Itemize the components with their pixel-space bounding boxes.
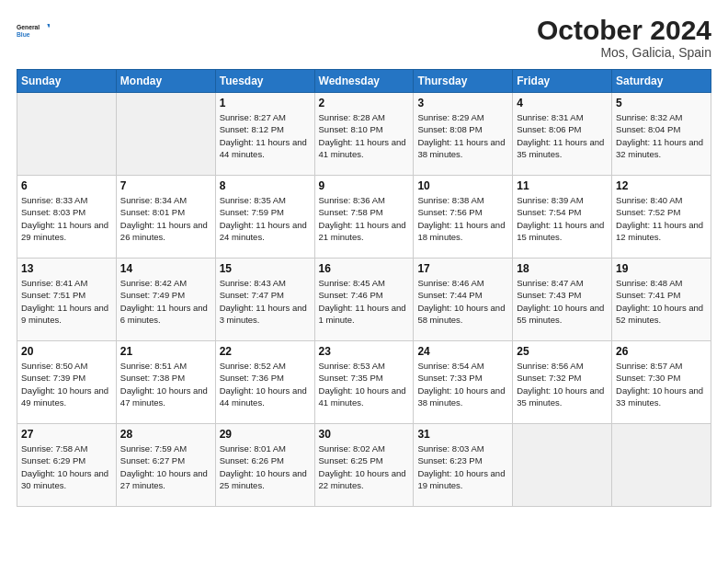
calendar-day: 31Sunrise: 8:03 AM Sunset: 6:23 PM Dayli… bbox=[414, 424, 513, 507]
calendar-day: 10Sunrise: 8:38 AM Sunset: 7:56 PM Dayli… bbox=[414, 176, 513, 259]
calendar-day: 14Sunrise: 8:42 AM Sunset: 7:49 PM Dayli… bbox=[116, 259, 215, 341]
calendar-day: 6Sunrise: 8:33 AM Sunset: 8:03 PM Daylig… bbox=[17, 176, 117, 259]
calendar-day: 9Sunrise: 8:36 AM Sunset: 7:58 PM Daylig… bbox=[314, 176, 414, 259]
page: General Blue October 2024 Mos, Galicia, … bbox=[0, 0, 728, 563]
logo: General Blue bbox=[17, 15, 50, 48]
header-row: Sunday Monday Tuesday Wednesday Thursday… bbox=[17, 70, 711, 93]
calendar-day: 21Sunrise: 8:51 AM Sunset: 7:38 PM Dayli… bbox=[116, 341, 215, 424]
svg-text:Blue: Blue bbox=[17, 31, 30, 38]
day-number: 21 bbox=[120, 345, 211, 358]
day-info: Sunrise: 8:01 AM Sunset: 6:26 PM Dayligh… bbox=[220, 442, 311, 491]
day-info: Sunrise: 8:40 AM Sunset: 7:52 PM Dayligh… bbox=[616, 194, 707, 243]
day-number: 28 bbox=[120, 428, 211, 441]
calendar-day: 17Sunrise: 8:46 AM Sunset: 7:44 PM Dayli… bbox=[414, 259, 513, 341]
day-number: 8 bbox=[220, 179, 311, 192]
day-info: Sunrise: 8:29 AM Sunset: 8:08 PM Dayligh… bbox=[417, 111, 508, 160]
day-info: Sunrise: 8:35 AM Sunset: 7:59 PM Dayligh… bbox=[220, 194, 311, 243]
day-info: Sunrise: 8:33 AM Sunset: 8:03 PM Dayligh… bbox=[21, 194, 112, 243]
calendar-day: 27Sunrise: 7:58 AM Sunset: 6:29 PM Dayli… bbox=[17, 424, 117, 507]
day-info: Sunrise: 8:48 AM Sunset: 7:41 PM Dayligh… bbox=[616, 277, 707, 326]
day-number: 11 bbox=[517, 179, 608, 192]
day-info: Sunrise: 8:45 AM Sunset: 7:46 PM Dayligh… bbox=[319, 277, 410, 326]
day-info: Sunrise: 8:56 AM Sunset: 7:32 PM Dayligh… bbox=[517, 360, 608, 408]
calendar-day: 26Sunrise: 8:57 AM Sunset: 7:30 PM Dayli… bbox=[612, 341, 711, 424]
day-number: 31 bbox=[417, 428, 508, 441]
calendar-day: 22Sunrise: 8:52 AM Sunset: 7:36 PM Dayli… bbox=[215, 341, 314, 424]
day-number: 4 bbox=[517, 97, 608, 109]
day-info: Sunrise: 8:47 AM Sunset: 7:43 PM Dayligh… bbox=[517, 277, 608, 326]
day-info: Sunrise: 8:57 AM Sunset: 7:30 PM Dayligh… bbox=[616, 360, 707, 408]
day-info: Sunrise: 8:46 AM Sunset: 7:44 PM Dayligh… bbox=[417, 277, 508, 326]
calendar-day: 30Sunrise: 8:02 AM Sunset: 6:25 PM Dayli… bbox=[314, 424, 414, 507]
calendar-day: 5Sunrise: 8:32 AM Sunset: 8:04 PM Daylig… bbox=[612, 93, 711, 176]
calendar-day: 1Sunrise: 8:27 AM Sunset: 8:12 PM Daylig… bbox=[215, 93, 314, 176]
col-tuesday: Tuesday bbox=[215, 70, 314, 93]
calendar-day: 15Sunrise: 8:43 AM Sunset: 7:47 PM Dayli… bbox=[215, 259, 314, 341]
logo-icon: General Blue bbox=[17, 15, 50, 48]
col-friday: Friday bbox=[513, 70, 612, 93]
calendar-table: Sunday Monday Tuesday Wednesday Thursday… bbox=[17, 69, 711, 507]
month-title: October 2024 bbox=[537, 15, 711, 45]
day-number: 12 bbox=[616, 179, 707, 192]
calendar-day: 12Sunrise: 8:40 AM Sunset: 7:52 PM Dayli… bbox=[612, 176, 711, 259]
col-thursday: Thursday bbox=[414, 70, 513, 93]
day-number: 17 bbox=[417, 262, 508, 275]
col-monday: Monday bbox=[116, 70, 215, 93]
calendar-week-3: 13Sunrise: 8:41 AM Sunset: 7:51 PM Dayli… bbox=[17, 259, 711, 341]
calendar-day: 25Sunrise: 8:56 AM Sunset: 7:32 PM Dayli… bbox=[513, 341, 612, 424]
day-number: 29 bbox=[220, 428, 311, 441]
calendar-day: 13Sunrise: 8:41 AM Sunset: 7:51 PM Dayli… bbox=[17, 259, 117, 341]
calendar-body: 1Sunrise: 8:27 AM Sunset: 8:12 PM Daylig… bbox=[17, 93, 711, 507]
calendar-day: 11Sunrise: 8:39 AM Sunset: 7:54 PM Dayli… bbox=[513, 176, 612, 259]
subtitle: Mos, Galicia, Spain bbox=[537, 45, 711, 60]
day-number: 10 bbox=[417, 179, 508, 192]
day-info: Sunrise: 8:52 AM Sunset: 7:36 PM Dayligh… bbox=[220, 360, 311, 408]
day-number: 1 bbox=[220, 97, 311, 109]
day-number: 20 bbox=[21, 345, 112, 358]
header: General Blue October 2024 Mos, Galicia, … bbox=[17, 15, 711, 60]
day-info: Sunrise: 8:36 AM Sunset: 7:58 PM Dayligh… bbox=[319, 194, 410, 243]
day-number: 18 bbox=[517, 262, 608, 275]
day-info: Sunrise: 8:41 AM Sunset: 7:51 PM Dayligh… bbox=[21, 277, 112, 326]
calendar-day bbox=[17, 93, 117, 176]
day-info: Sunrise: 8:32 AM Sunset: 8:04 PM Dayligh… bbox=[616, 111, 707, 160]
day-info: Sunrise: 7:58 AM Sunset: 6:29 PM Dayligh… bbox=[21, 442, 112, 491]
day-number: 15 bbox=[220, 262, 311, 275]
day-number: 16 bbox=[319, 262, 410, 275]
day-number: 3 bbox=[417, 97, 508, 109]
calendar-day: 29Sunrise: 8:01 AM Sunset: 6:26 PM Dayli… bbox=[215, 424, 314, 507]
calendar-day: 19Sunrise: 8:48 AM Sunset: 7:41 PM Dayli… bbox=[612, 259, 711, 341]
calendar-day: 2Sunrise: 8:28 AM Sunset: 8:10 PM Daylig… bbox=[314, 93, 414, 176]
svg-text:General: General bbox=[17, 24, 40, 30]
calendar-week-5: 27Sunrise: 7:58 AM Sunset: 6:29 PM Dayli… bbox=[17, 424, 711, 507]
calendar-day: 3Sunrise: 8:29 AM Sunset: 8:08 PM Daylig… bbox=[414, 93, 513, 176]
day-info: Sunrise: 8:27 AM Sunset: 8:12 PM Dayligh… bbox=[220, 111, 311, 160]
day-info: Sunrise: 8:42 AM Sunset: 7:49 PM Dayligh… bbox=[120, 277, 211, 326]
calendar-day bbox=[513, 424, 612, 507]
calendar-day bbox=[116, 93, 215, 176]
day-info: Sunrise: 8:50 AM Sunset: 7:39 PM Dayligh… bbox=[21, 360, 112, 408]
day-info: Sunrise: 8:53 AM Sunset: 7:35 PM Dayligh… bbox=[319, 360, 410, 408]
day-number: 9 bbox=[319, 179, 410, 192]
calendar-week-1: 1Sunrise: 8:27 AM Sunset: 8:12 PM Daylig… bbox=[17, 93, 711, 176]
col-sunday: Sunday bbox=[17, 70, 117, 93]
day-info: Sunrise: 8:02 AM Sunset: 6:25 PM Dayligh… bbox=[319, 442, 410, 491]
day-number: 19 bbox=[616, 262, 707, 275]
calendar-day: 24Sunrise: 8:54 AM Sunset: 7:33 PM Dayli… bbox=[414, 341, 513, 424]
day-info: Sunrise: 8:34 AM Sunset: 8:01 PM Dayligh… bbox=[120, 194, 211, 243]
day-number: 25 bbox=[517, 345, 608, 358]
title-block: October 2024 Mos, Galicia, Spain bbox=[537, 15, 711, 60]
day-number: 7 bbox=[120, 179, 211, 192]
day-number: 23 bbox=[319, 345, 410, 358]
day-info: Sunrise: 8:54 AM Sunset: 7:33 PM Dayligh… bbox=[417, 360, 508, 408]
day-number: 6 bbox=[21, 179, 112, 192]
calendar-week-2: 6Sunrise: 8:33 AM Sunset: 8:03 PM Daylig… bbox=[17, 176, 711, 259]
calendar-day: 20Sunrise: 8:50 AM Sunset: 7:39 PM Dayli… bbox=[17, 341, 117, 424]
day-info: Sunrise: 7:59 AM Sunset: 6:27 PM Dayligh… bbox=[120, 442, 211, 491]
calendar-day: 7Sunrise: 8:34 AM Sunset: 8:01 PM Daylig… bbox=[116, 176, 215, 259]
day-number: 13 bbox=[21, 262, 112, 275]
day-number: 5 bbox=[616, 97, 707, 109]
calendar-day: 8Sunrise: 8:35 AM Sunset: 7:59 PM Daylig… bbox=[215, 176, 314, 259]
calendar-day: 16Sunrise: 8:45 AM Sunset: 7:46 PM Dayli… bbox=[314, 259, 414, 341]
calendar-header: Sunday Monday Tuesday Wednesday Thursday… bbox=[17, 70, 711, 93]
